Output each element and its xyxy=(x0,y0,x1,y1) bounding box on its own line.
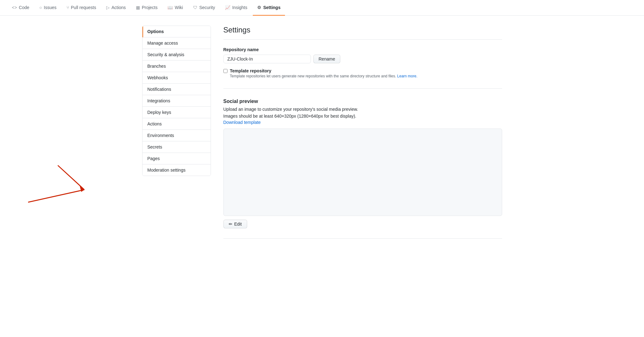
social-preview-desc: Upload an image to customize your reposi… xyxy=(223,107,502,112)
repository-name-section: Repository name Rename Template reposito… xyxy=(223,47,502,89)
edit-btn-row: ✏ Edit xyxy=(223,220,502,228)
nav-item-pull-requests[interactable]: ⑂ Pull requests xyxy=(62,0,101,16)
nav-item-projects[interactable]: ▦ Projects xyxy=(132,0,162,16)
nav-item-settings[interactable]: ⚙ Settings xyxy=(253,0,285,16)
template-repo-row: Template repository Template repositorie… xyxy=(223,68,502,78)
edit-button[interactable]: ✏ Edit xyxy=(223,220,247,228)
projects-icon: ▦ xyxy=(136,5,140,10)
sidebar-item-branches[interactable]: Branches xyxy=(142,61,211,72)
page-layout: Options Manage access Security & analysi… xyxy=(135,16,510,259)
social-preview-note: Images should be at least 640×320px (128… xyxy=(223,114,502,119)
nav-item-actions[interactable]: ▷ Actions xyxy=(102,0,130,16)
sidebar-item-deploy-keys[interactable]: Deploy keys xyxy=(142,107,211,118)
wiki-icon: 📖 xyxy=(167,5,173,10)
svg-line-1 xyxy=(28,190,84,202)
nav-item-wiki[interactable]: 📖 Wiki xyxy=(163,0,187,16)
actions-icon: ▷ xyxy=(106,5,110,10)
rename-button[interactable]: Rename xyxy=(313,55,341,63)
repo-name-label: Repository name xyxy=(223,47,502,52)
nav-item-security[interactable]: 🛡 Security xyxy=(189,0,220,16)
sidebar-item-moderation-settings[interactable]: Moderation settings xyxy=(142,164,211,176)
sidebar-item-notifications[interactable]: Notifications xyxy=(142,84,211,95)
sidebar-item-integrations[interactable]: Integrations xyxy=(142,95,211,107)
pull-requests-icon: ⑂ xyxy=(67,5,69,10)
security-icon: 🛡 xyxy=(193,5,197,10)
template-repo-label: Template repository xyxy=(230,68,417,73)
sidebar-item-manage-access[interactable]: Manage access xyxy=(142,37,211,49)
sidebar-item-options[interactable]: Options xyxy=(142,26,211,37)
social-preview-image xyxy=(223,129,502,216)
social-preview-title: Social preview xyxy=(223,99,502,104)
repo-name-input[interactable] xyxy=(223,55,311,63)
issues-icon: ○ xyxy=(39,5,42,10)
top-nav: <> Code ○ Issues ⑂ Pull requests ▷ Actio… xyxy=(0,0,644,16)
page-title: Settings xyxy=(223,26,502,40)
learn-more-link[interactable]: Learn more. xyxy=(397,74,417,78)
template-repo-checkbox[interactable] xyxy=(223,69,227,73)
download-template-link[interactable]: Download template xyxy=(223,120,261,125)
main-content: Settings Repository name Rename Template… xyxy=(223,26,502,249)
pencil-icon: ✏ xyxy=(229,222,232,227)
annotation-arrow xyxy=(28,165,84,202)
nav-item-insights[interactable]: 📈 Insights xyxy=(221,0,252,16)
svg-line-0 xyxy=(58,165,84,190)
sidebar-item-security-analysis[interactable]: Security & analysis xyxy=(142,49,211,61)
insights-icon: 📈 xyxy=(225,5,230,10)
sidebar: Options Manage access Security & analysi… xyxy=(142,26,211,176)
sidebar-item-pages[interactable]: Pages xyxy=(142,153,211,164)
sidebar-item-webhooks[interactable]: Webhooks xyxy=(142,72,211,84)
sidebar-item-actions[interactable]: Actions xyxy=(142,118,211,130)
svg-marker-2 xyxy=(80,186,84,192)
template-repo-desc: Template repositories let users generate… xyxy=(230,74,417,78)
sidebar-item-secrets[interactable]: Secrets xyxy=(142,141,211,153)
code-icon: <> xyxy=(12,5,17,10)
settings-icon: ⚙ xyxy=(257,5,261,10)
social-preview-section: Social preview Upload an image to custom… xyxy=(223,99,502,239)
nav-item-code[interactable]: <> Code xyxy=(7,0,34,16)
nav-item-issues[interactable]: ○ Issues xyxy=(35,0,61,16)
sidebar-item-environments[interactable]: Environments xyxy=(142,130,211,141)
repo-name-row: Rename xyxy=(223,55,502,63)
